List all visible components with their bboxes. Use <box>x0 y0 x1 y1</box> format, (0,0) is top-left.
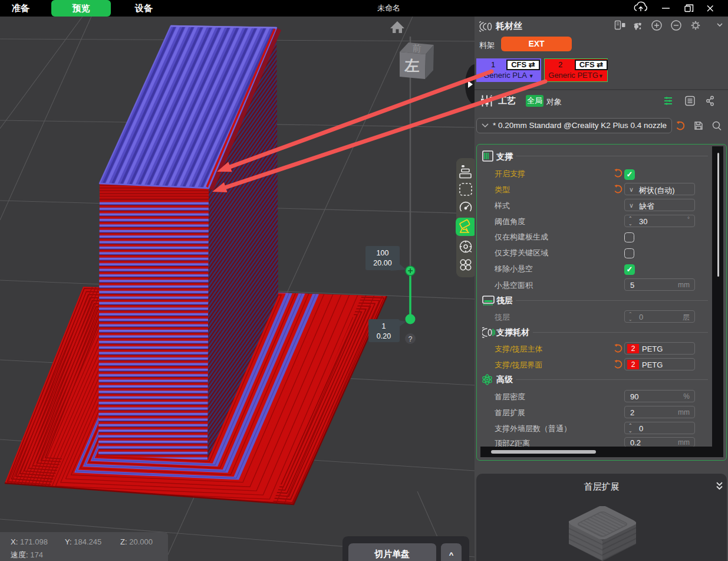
svg-text:切片单盘: 切片单盘 <box>374 549 410 559</box>
svg-text:100: 100 <box>377 249 389 257</box>
svg-text:Z: 20.000: Z: 20.000 <box>120 537 153 546</box>
svg-text:左: 左 <box>404 57 420 74</box>
svg-text:20.00: 20.00 <box>373 259 391 267</box>
svg-text:1: 1 <box>382 322 386 330</box>
svg-text:^: ^ <box>449 550 454 559</box>
svg-text:前: 前 <box>412 43 421 54</box>
svg-text:Y: 184.245: Y: 184.245 <box>65 537 101 546</box>
svg-text:?: ? <box>409 335 413 343</box>
svg-text:X: 171.098: X: 171.098 <box>11 537 48 546</box>
svg-text:0.20: 0.20 <box>377 332 391 340</box>
svg-text:速度: 174: 速度: 174 <box>11 550 43 559</box>
